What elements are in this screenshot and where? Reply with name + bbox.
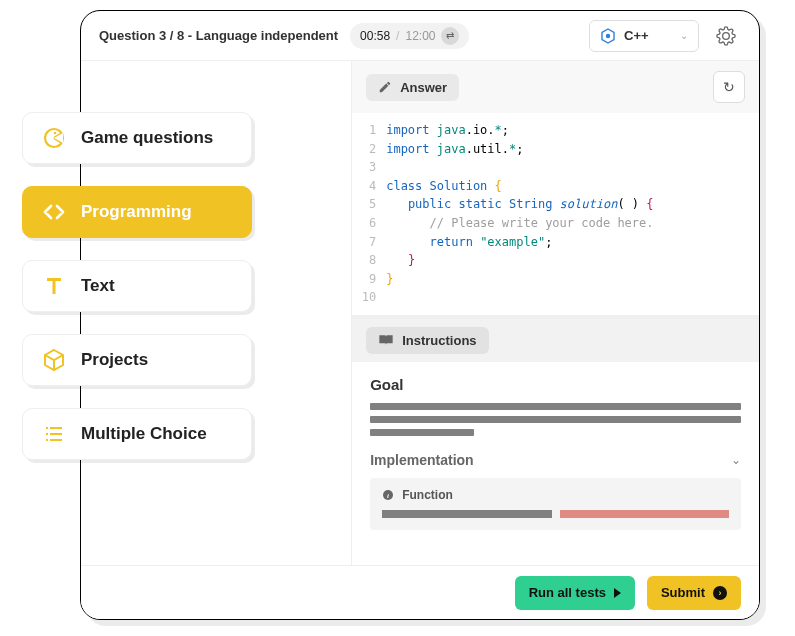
code-source[interactable]: public static String solution( ) {: [386, 195, 653, 214]
category-pill-programming[interactable]: Programming: [22, 186, 252, 238]
gear-icon: [716, 26, 736, 46]
line-number: 3: [352, 158, 386, 177]
line-number: 6: [352, 214, 386, 233]
book-icon: [378, 333, 394, 347]
line-number: 2: [352, 140, 386, 159]
timer-elapsed: 00:58: [360, 29, 390, 43]
arrow-right-icon: ›: [713, 586, 727, 600]
code-line[interactable]: 4class Solution {: [352, 177, 759, 196]
cube-icon: [41, 347, 67, 373]
code-line[interactable]: 3: [352, 158, 759, 177]
text-icon: [41, 273, 67, 299]
svg-point-4: [54, 132, 57, 135]
code-editor[interactable]: 1import java.io.*;2import java.util.*;34…: [352, 113, 759, 319]
category-label: Programming: [81, 202, 192, 222]
code-source[interactable]: import java.io.*;: [386, 121, 509, 140]
category-label: Multiple Choice: [81, 424, 207, 444]
code-line[interactable]: 10: [352, 288, 759, 307]
category-pill-projects[interactable]: Projects: [22, 334, 252, 386]
reset-icon: ↻: [723, 79, 735, 95]
implementation-row[interactable]: Implementation ⌄: [370, 452, 741, 468]
pacman-icon: [41, 125, 67, 151]
topbar: Question 3 / 8 - Language independent 00…: [81, 11, 759, 61]
answer-header: Answer ↻: [352, 61, 759, 113]
goal-text-placeholder: [370, 403, 741, 436]
instructions-header: Instructions: [352, 319, 759, 362]
language-icon: [600, 28, 616, 44]
answer-tab[interactable]: Answer: [366, 74, 459, 101]
category-pill-multiple-choice[interactable]: Multiple Choice: [22, 408, 252, 460]
submit-label: Submit: [661, 585, 705, 600]
code-source[interactable]: class Solution {: [386, 177, 502, 196]
svg-text:i: i: [387, 491, 389, 499]
code-line[interactable]: 1import java.io.*;: [352, 121, 759, 140]
chevron-down-icon: ⌄: [680, 30, 688, 41]
language-value: C++: [624, 28, 672, 43]
info-icon: i: [382, 489, 394, 501]
category-label: Text: [81, 276, 115, 296]
code-line[interactable]: 8 }: [352, 251, 759, 270]
answer-tab-label: Answer: [400, 80, 447, 95]
function-label: Function: [402, 488, 453, 502]
instructions-tab[interactable]: Instructions: [366, 327, 488, 354]
line-number: 5: [352, 195, 386, 214]
line-number: 10: [352, 288, 386, 307]
code-source[interactable]: import java.util.*;: [386, 140, 523, 159]
category-pill-text[interactable]: Text: [22, 260, 252, 312]
code-line[interactable]: 7 return "example";: [352, 233, 759, 252]
run-tests-button[interactable]: Run all tests: [515, 576, 635, 610]
pencil-icon: [378, 80, 392, 94]
timer-pill[interactable]: 00:58 / 12:00 ⇄: [350, 23, 469, 49]
code-source[interactable]: return "example";: [386, 233, 552, 252]
code-source[interactable]: }: [386, 270, 393, 289]
line-number: 1: [352, 121, 386, 140]
category-stack: Game questionsProgrammingTextProjectsMul…: [22, 112, 252, 460]
line-number: 9: [352, 270, 386, 289]
instructions-tab-label: Instructions: [402, 333, 476, 348]
code-icon: [41, 199, 67, 225]
question-label: Question 3 / 8 - Language independent: [99, 28, 338, 43]
footer: Run all tests Submit ›: [81, 565, 759, 619]
submit-button[interactable]: Submit ›: [647, 576, 741, 610]
play-icon: [614, 588, 621, 598]
line-number: 4: [352, 177, 386, 196]
function-bars: [382, 510, 729, 518]
instructions-body: Goal Implementation ⌄ i Function: [352, 362, 759, 565]
right-pane: Answer ↻ 1import java.io.*;2import java.…: [352, 61, 759, 565]
category-pill-game-questions[interactable]: Game questions: [22, 112, 252, 164]
line-number: 7: [352, 233, 386, 252]
implementation-heading: Implementation: [370, 452, 473, 468]
code-line[interactable]: 2import java.util.*;: [352, 140, 759, 159]
category-label: Projects: [81, 350, 148, 370]
settings-button[interactable]: [711, 21, 741, 51]
code-source[interactable]: }: [386, 251, 415, 270]
svg-point-1: [606, 33, 610, 37]
code-line[interactable]: 9}: [352, 270, 759, 289]
code-source[interactable]: // Please write your code here.: [386, 214, 653, 233]
run-tests-label: Run all tests: [529, 585, 606, 600]
chevron-down-icon: ⌄: [731, 453, 741, 467]
list-icon: [41, 421, 67, 447]
function-card: i Function: [370, 478, 741, 530]
language-select[interactable]: C++ ⌄: [589, 20, 699, 52]
category-label: Game questions: [81, 128, 213, 148]
code-line[interactable]: 5 public static String solution( ) {: [352, 195, 759, 214]
goal-heading: Goal: [370, 376, 741, 393]
line-number: 8: [352, 251, 386, 270]
code-line[interactable]: 6 // Please write your code here.: [352, 214, 759, 233]
reset-button[interactable]: ↻: [713, 71, 745, 103]
timer-total: 12:00: [405, 29, 435, 43]
swap-icon[interactable]: ⇄: [441, 27, 459, 45]
